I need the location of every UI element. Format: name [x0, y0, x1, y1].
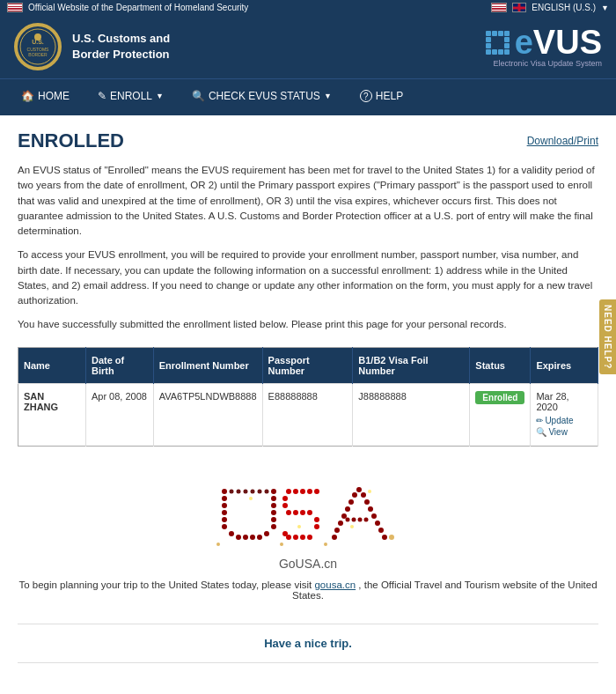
- evus-logo: e VUS Electronic Visa Update System: [486, 26, 602, 68]
- top-bar: Official Website of the Department of Ho…: [0, 0, 616, 15]
- download-print-link[interactable]: Download/Print: [527, 135, 598, 147]
- svg-point-55: [356, 487, 362, 492]
- svg-point-41: [314, 517, 319, 522]
- svg-point-5: [34, 33, 41, 41]
- svg-point-52: [345, 506, 350, 512]
- cell-dob: Apr 08, 2008: [85, 383, 153, 446]
- agency-name: U.S. Customs and Border Protection: [72, 31, 170, 63]
- main-content: ENROLLED Download/Print An EVUS status o…: [0, 115, 616, 686]
- pencil-icon: ✏: [536, 416, 543, 425]
- svg-point-16: [257, 535, 262, 540]
- svg-point-45: [293, 535, 298, 540]
- svg-point-9: [222, 510, 227, 515]
- enrollment-table: Name Date of Birth Enrollment Number Pas…: [18, 347, 598, 447]
- language-dropdown-icon[interactable]: ▼: [601, 4, 609, 12]
- header: U.S. CUSTOMS BORDER U.S. Customs and Bor…: [0, 15, 616, 78]
- evus-subtitle: Electronic Visa Update System: [494, 59, 602, 68]
- divider: [18, 624, 598, 624]
- svg-point-60: [375, 520, 380, 526]
- cell-enrollment-number: AVA6TP5LNDWB8888: [153, 383, 262, 446]
- col-expires: Expires: [531, 347, 598, 383]
- svg-point-51: [341, 513, 347, 519]
- svg-point-30: [286, 489, 291, 494]
- svg-point-21: [271, 503, 276, 508]
- svg-point-62: [382, 535, 387, 540]
- nav-help-label: HELP: [376, 90, 403, 102]
- svg-point-63: [346, 517, 350, 521]
- enroll-dropdown-icon: ▼: [156, 92, 164, 100]
- home-icon: 🏠: [21, 90, 34, 102]
- help-icon: ?: [360, 90, 372, 102]
- nav-help[interactable]: ? HELP: [346, 79, 417, 115]
- svg-point-28: [258, 489, 262, 493]
- svg-point-57: [364, 499, 370, 505]
- check-status-dropdown-icon: ▼: [324, 92, 332, 100]
- svg-point-15: [250, 535, 255, 540]
- svg-point-67: [389, 535, 394, 540]
- status-badge: Enrolled: [475, 391, 524, 404]
- col-name: Name: [18, 347, 86, 383]
- svg-point-71: [249, 497, 253, 500]
- view-link[interactable]: 🔍 View: [536, 427, 592, 437]
- svg-point-40: [307, 510, 312, 515]
- svg-point-61: [378, 528, 384, 533]
- check-status-icon: 🔍: [192, 90, 205, 102]
- top-bar-left: Official Website of the Department of Ho…: [7, 3, 248, 12]
- svg-point-59: [371, 513, 377, 519]
- enrolled-description-2: To access your EVUS enrollment, you will…: [18, 247, 598, 308]
- evus-title: e VUS: [515, 26, 602, 59]
- col-status: Status: [470, 347, 531, 383]
- svg-point-35: [282, 496, 288, 501]
- search-icon: 🔍: [536, 427, 546, 437]
- language-text: ENGLISH (U.S.): [532, 3, 596, 12]
- svg-point-31: [293, 489, 298, 494]
- svg-point-11: [222, 524, 227, 529]
- table-row: SAN ZHANG Apr 08, 2008 AVA6TP5LNDWB8888 …: [18, 383, 598, 446]
- nice-trip-message: Have a nice trip.: [18, 637, 598, 650]
- gousa-section: GoUSA.cn To begin planning your trip to …: [18, 461, 598, 615]
- svg-point-73: [350, 525, 354, 528]
- col-dob: Date of Birth: [85, 347, 153, 383]
- uk-flag-small-icon: [512, 3, 526, 12]
- header-left: U.S. CUSTOMS BORDER U.S. Customs and Bor…: [14, 23, 170, 70]
- svg-point-33: [307, 489, 312, 494]
- svg-point-50: [338, 520, 343, 526]
- svg-point-44: [286, 535, 291, 540]
- col-passport: Passport Number: [262, 347, 353, 383]
- col-visa-foil: B1/B2 Visa Foil Number: [353, 347, 470, 383]
- svg-point-34: [314, 489, 319, 494]
- us-flag-small-icon: [491, 3, 507, 12]
- cell-status: Enrolled: [470, 383, 531, 446]
- enrolled-description-3: You have successfully submitted the enro…: [18, 317, 598, 332]
- nav-check-status-label: CHECK EVUS STATUS: [209, 90, 320, 102]
- need-help-tab[interactable]: NEED HELP?: [599, 299, 616, 374]
- update-link[interactable]: ✏ Update: [536, 416, 592, 425]
- cell-name: SAN ZHANG: [18, 383, 86, 446]
- expires-date: Mar 28, 2020: [536, 391, 592, 412]
- svg-point-24: [230, 489, 234, 493]
- svg-point-54: [352, 492, 357, 498]
- svg-point-36: [282, 503, 288, 508]
- top-bar-right[interactable]: ENGLISH (U.S.) ▼: [491, 3, 609, 12]
- cell-passport-number: E88888888: [262, 383, 353, 446]
- page-title: ENROLLED: [18, 129, 124, 152]
- svg-point-38: [293, 510, 298, 515]
- svg-point-14: [243, 535, 248, 540]
- svg-point-23: [271, 489, 276, 494]
- svg-point-58: [368, 506, 373, 512]
- svg-point-22: [271, 496, 276, 501]
- gousa-description: To begin planning your trip to the Unite…: [18, 580, 598, 601]
- svg-point-64: [352, 517, 356, 521]
- svg-point-46: [300, 535, 305, 540]
- svg-point-7: [222, 496, 227, 501]
- nav-enroll[interactable]: ✎ ENROLL ▼: [84, 79, 178, 115]
- page-title-row: ENROLLED Download/Print: [18, 129, 598, 152]
- divider-2: [18, 662, 598, 663]
- gousa-link[interactable]: gousa.cn: [314, 580, 356, 590]
- svg-point-12: [229, 531, 234, 536]
- svg-point-39: [300, 510, 305, 515]
- svg-point-69: [280, 543, 283, 546]
- nav-check-status[interactable]: 🔍 CHECK EVUS STATUS ▼: [178, 79, 346, 115]
- svg-point-6: [222, 489, 227, 494]
- nav-home[interactable]: 🏠 HOME: [7, 79, 84, 115]
